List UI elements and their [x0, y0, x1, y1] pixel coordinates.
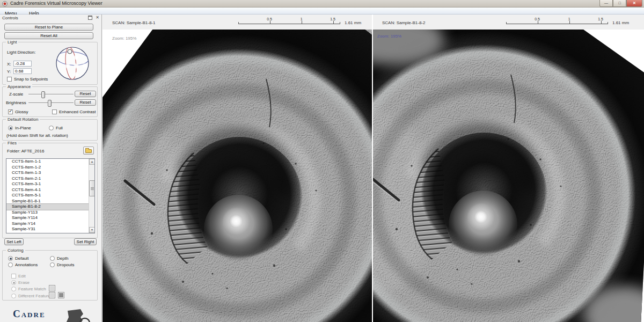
different-features-swatch-2	[58, 292, 64, 298]
coloring-default-radio[interactable]	[8, 256, 13, 261]
file-list-item[interactable]: Sample-B1-8-2	[6, 204, 94, 210]
controls-panel: Controls ✕ Reset to Plane Reset All Ligh…	[0, 14, 102, 322]
reset-all-button[interactable]: Reset All	[4, 32, 93, 39]
file-list-item[interactable]: Sample-Y14	[6, 221, 94, 227]
erase-radio	[11, 280, 16, 285]
file-list-item[interactable]: CCTS-Item-1-3	[6, 170, 94, 176]
different-features-swatch-1	[49, 292, 55, 298]
right-scan-canvas[interactable]: Zoom: 195%	[373, 30, 644, 322]
coloring-group-label: Coloring	[6, 248, 25, 253]
scroll-down-icon[interactable]: ▼	[89, 227, 95, 233]
inplane-radio[interactable]	[8, 126, 13, 130]
coloring-default-label: Default	[15, 256, 28, 261]
controls-panel-title: Controls	[2, 16, 18, 20]
light-y-label: Y:	[7, 69, 11, 74]
coloring-group: Coloring Default Depth Annotations Dropo…	[2, 250, 98, 301]
right-scan-render	[373, 30, 644, 322]
full-radio[interactable]	[49, 126, 54, 130]
files-group-label: Files	[6, 141, 18, 145]
file-list-item[interactable]: CCTS-Item-2-1	[6, 176, 94, 182]
folder-label: Folder: AFTE_2016	[7, 149, 44, 153]
glossy-checkbox[interactable]: ✓	[8, 109, 13, 114]
enhanced-contrast-checkbox[interactable]	[52, 109, 57, 114]
scale-length-label: 1.61 mm	[345, 20, 361, 25]
file-list-item[interactable]: CCTS-Item-4-1	[6, 187, 94, 193]
left-scan-label: SCAN: Sample-B1-8-1	[112, 20, 155, 25]
files-group: Files Folder: AFTE_2016 CCTS-Item-1-1CCT…	[2, 143, 98, 238]
minimize-button[interactable]: —	[599, 0, 613, 7]
light-handle[interactable]	[68, 49, 72, 54]
file-list-item[interactable]: Sample-Y114	[6, 215, 94, 221]
file-list-item[interactable]: Sample-B1-8-1	[6, 199, 94, 204]
light-x-field[interactable]: -0.28	[13, 61, 32, 67]
brightness-label: Brightness	[6, 100, 26, 105]
scale-tick-label: 0.5	[535, 17, 540, 21]
right-viewer-header: SCAN: Sample-B1-8-2 0.5 1 1.5 1.61 mm	[373, 14, 644, 30]
set-right-button[interactable]: Set Right	[74, 238, 97, 245]
scale-tick-label: 1.5	[598, 17, 603, 21]
file-list-scrollbar[interactable]: ▲ ▼	[89, 159, 94, 233]
light-y-field[interactable]: 0.68	[13, 68, 32, 74]
scroll-up-icon[interactable]: ▲	[89, 159, 95, 165]
coloring-annotations-label: Annotations	[15, 262, 38, 267]
title-bar: Cadre Forensics Virtual Microscopy Viewe…	[0, 0, 644, 8]
coloring-depth-label: Depth	[57, 256, 68, 261]
viewer-area: SCAN: Sample-B1-8-1 0.5 1 1.5 1.61 mm Zo…	[103, 14, 644, 322]
left-zoom-level: Zoom: 195%	[112, 36, 136, 41]
folder-icon	[85, 149, 92, 153]
scale-tick-label: 1	[301, 17, 303, 21]
file-list-item[interactable]: Sample-Y34	[6, 232, 94, 234]
scrollbar-thumb[interactable]	[89, 180, 95, 196]
zscale-reset-button[interactable]: Reset	[75, 91, 96, 97]
maximize-button[interactable]: □	[613, 0, 626, 7]
inplane-label: In-Plane	[15, 126, 31, 130]
close-button[interactable]: ✕	[626, 0, 642, 7]
open-folder-button[interactable]	[83, 147, 94, 155]
zscale-label: Z-scale	[9, 92, 23, 97]
coloring-depth-radio[interactable]	[50, 256, 55, 261]
file-list-item[interactable]: CCTS-Item-1-2	[6, 165, 94, 171]
left-viewer: SCAN: Sample-B1-8-1 0.5 1 1.5 1.61 mm Zo…	[103, 14, 372, 322]
appearance-group-label: Appearance	[6, 84, 32, 89]
set-left-button[interactable]: Set Left	[4, 238, 24, 245]
float-panel-icon[interactable]	[88, 16, 92, 20]
zscale-slider-thumb[interactable]	[41, 91, 45, 98]
file-list: CCTS-Item-1-1CCTS-Item-1-2CCTS-Item-1-3C…	[6, 158, 95, 233]
cadre-logo-state-icon	[62, 309, 93, 322]
light-direction-sphere[interactable]	[53, 45, 92, 82]
file-list-item[interactable]: Sample-Y113	[6, 210, 94, 216]
right-scale-bar: 0.5 1 1.5 1.61 mm	[506, 17, 608, 26]
right-zoom-level: Zoom: 195%	[377, 34, 401, 39]
scale-tick-label: 1	[568, 17, 570, 21]
feature-match-swatch	[49, 285, 55, 291]
appearance-group: Appearance Z-scale Reset Brightness Rese…	[2, 86, 98, 117]
file-list-item[interactable]: CCTS-Item-1-1	[6, 159, 94, 165]
file-list-item[interactable]: CCTS-Item-3-1	[6, 181, 94, 187]
left-scan-render	[103, 30, 372, 322]
reset-to-plane-button[interactable]: Reset to Plane	[4, 24, 93, 31]
file-list-item[interactable]: Sample-Y31	[6, 226, 94, 232]
right-scan-label: SCAN: Sample-B1-8-2	[382, 20, 425, 25]
zscale-slider[interactable]	[28, 94, 74, 95]
brightness-reset-button[interactable]: Reset	[75, 99, 96, 106]
right-viewer: SCAN: Sample-B1-8-2 0.5 1 1.5 1.61 mm	[373, 14, 644, 322]
window-title: Cadre Forensics Virtual Microscopy Viewe…	[10, 1, 103, 6]
scale-length-label: 1.61 mm	[612, 20, 629, 25]
close-panel-icon[interactable]: ✕	[96, 16, 99, 20]
snap-setpoints-checkbox[interactable]	[7, 77, 12, 82]
cadre-logo: Cadre	[13, 307, 93, 322]
edit-checkbox	[11, 274, 16, 279]
brightness-slider-thumb[interactable]	[48, 100, 52, 107]
coloring-dropouts-radio[interactable]	[50, 262, 55, 267]
enhanced-contrast-label: Enhanced Contrast	[59, 109, 96, 114]
feature-match-label: Feature Match	[18, 287, 46, 291]
left-scan-canvas[interactable]: Zoom: 195%	[103, 30, 372, 322]
light-direction-label: Light Direction:	[7, 50, 35, 55]
coloring-annotations-radio[interactable]	[8, 262, 13, 267]
brightness-slider[interactable]	[28, 103, 74, 104]
light-group-label: Light	[6, 40, 18, 45]
light-group: Light Light Direction: X: -0.28 Y: 0.68 …	[2, 42, 98, 85]
scale-tick-label: 1.5	[330, 17, 335, 21]
file-list-item[interactable]: CCTS-Item-5-1	[6, 193, 94, 199]
rotation-hint: (Hold down Shift for alt. rotation)	[6, 133, 68, 138]
